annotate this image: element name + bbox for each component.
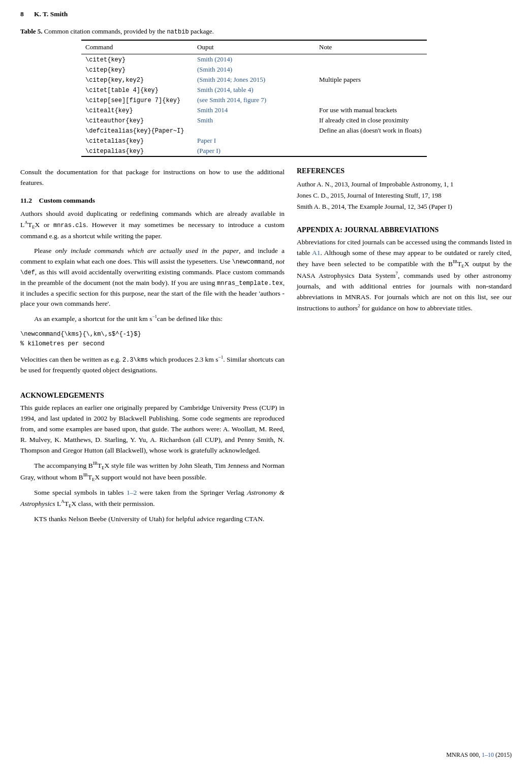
table-row: \citep{key}(Smith 2014) <box>81 65 427 75</box>
cmd-cell: \citetalias{key} <box>81 136 193 146</box>
subsection-num: 11.2 <box>20 197 32 204</box>
table-row: \citealt{key}Smith 2014For use with manu… <box>81 105 427 115</box>
page-footer: MNRAS 000, 1–10 (2015) <box>446 751 512 759</box>
citation-commands-table: Command Ouput Note \citet{key}Smith (201… <box>81 40 427 157</box>
col-header-command: Command <box>81 40 193 54</box>
note-cell: Define an alias (doesn't work in floats) <box>315 125 427 136</box>
footnote-2: 2 <box>358 303 360 308</box>
reference-item: Jones C. D., 2015, Journal of Interestin… <box>297 190 512 201</box>
footnote-7: 7 <box>396 271 398 276</box>
output-cell: Paper I <box>193 136 315 146</box>
table-row: \citetalias{key}Paper I <box>81 136 427 146</box>
two-column-layout: Consult the documentation for that packa… <box>20 167 512 529</box>
ack-title: ACKNOWLEDGEMENTS <box>20 392 285 400</box>
tables-link[interactable]: 1–2 <box>127 489 137 496</box>
cmd-cell: \citep{key,key2} <box>81 75 193 85</box>
ack-para2: The accompanying BIBTEX style file was w… <box>20 460 285 484</box>
footer-journal: MNRAS <box>446 751 468 758</box>
note-cell <box>315 85 427 95</box>
reference-item: Smith A. B., 2014, The Example Journal, … <box>297 202 512 212</box>
cmd-cell: \citep[see][figure 7]{key} <box>81 95 193 105</box>
cmd-cell: \citet[table 4]{key} <box>81 85 193 95</box>
table-caption-suffix: package. <box>191 27 214 35</box>
table-row: \defcitealias{key}{Paper~I}Define an ali… <box>81 125 427 136</box>
acknowledgements-section: ACKNOWLEDGEMENTS This guide replaces an … <box>20 392 285 525</box>
custom-cmd-para1: Authors should avoid duplicating or rede… <box>20 209 285 242</box>
code-line2: % kilometres per second <box>20 339 285 349</box>
table-row: \citep{key,key2}(Smith 2014; Jones 2015)… <box>81 75 427 85</box>
appendix-section: APPENDIX A: JOURNAL ABBREVIATIONS Abbrev… <box>297 226 512 313</box>
author-name: K. T. Smith <box>34 10 68 18</box>
table-row: \citepalias{key}(Paper I) <box>81 146 427 156</box>
output-cell: (see Smith 2014, figure 7) <box>193 95 315 105</box>
cmd-cell: \citealt{key} <box>81 105 193 115</box>
note-cell: Multiple papers <box>315 75 427 85</box>
page-header: 8 K. T. Smith <box>20 10 512 18</box>
custom-cmd-para4: Velocities can then be written as e.g. 2… <box>20 354 285 375</box>
page-number: 8 <box>20 10 24 18</box>
table-caption-text: Common citation commands, provided by th… <box>44 27 165 35</box>
table-row: \citet{key}Smith (2014) <box>81 54 427 65</box>
output-cell: Smith 2014 <box>193 105 315 115</box>
ack-para3: Some special symbols in tables 1–2 were … <box>20 488 285 510</box>
table-row: \citeauthor{key}SmithIf already cited in… <box>81 115 427 125</box>
note-cell <box>315 95 427 105</box>
code-line1: \newcommand{\kms}{\,km\,s$^{-1}$} <box>20 330 285 339</box>
custom-cmd-para3: As an example, a shortcut for the unit k… <box>20 313 285 324</box>
subsection-header: 11.2 Custom commands <box>20 197 285 205</box>
footer-year: 2015 <box>497 751 510 758</box>
table-row: \citep[see][figure 7]{key}(see Smith 201… <box>81 95 427 105</box>
output-cell: Smith <box>193 115 315 125</box>
note-cell <box>315 54 427 65</box>
table-row: \citet[table 4]{key}Smith (2014, table 4… <box>81 85 427 95</box>
table-caption: Table 5. Common citation commands, provi… <box>20 27 512 36</box>
note-cell <box>315 136 427 146</box>
footer-volume: 000 <box>470 751 479 758</box>
output-cell: Smith (2014, table 4) <box>193 85 315 95</box>
cmd-cell: \citepalias{key} <box>81 146 193 156</box>
note-cell <box>315 146 427 156</box>
note-cell: If already cited in close proximity <box>315 115 427 125</box>
note-cell: For use with manual brackets <box>315 105 427 115</box>
ack-para1: This guide replaces an earlier one origi… <box>20 403 285 456</box>
appendix-para: Abbreviations for cited journals can be … <box>297 237 512 313</box>
subsection-title: Custom commands <box>39 197 95 204</box>
output-cell: Smith (2014) <box>193 54 315 65</box>
footer-pages[interactable]: 1–10 <box>482 751 495 758</box>
reference-item: Author A. N., 2013, Journal of Improbabl… <box>297 179 512 189</box>
table-label: Table 5. <box>20 27 43 35</box>
references-title: REFERENCES <box>297 167 512 175</box>
left-column: Consult the documentation for that packa… <box>20 167 285 529</box>
col-header-output: Ouput <box>193 40 315 54</box>
right-column: REFERENCES Author A. N., 2013, Journal o… <box>297 167 512 529</box>
table-package: natbib <box>167 28 189 36</box>
output-cell: (Smith 2014; Jones 2015) <box>193 75 315 85</box>
cmd-cell: \citeauthor{key} <box>81 115 193 125</box>
consult-text: Consult the documentation for that packa… <box>20 167 285 188</box>
ack-para4: KTS thanks Nelson Beebe (University of U… <box>20 514 285 525</box>
output-cell: (Paper I) <box>193 146 315 156</box>
output-cell: (Smith 2014) <box>193 65 315 75</box>
col-header-note: Note <box>315 40 427 54</box>
cmd-cell: \defcitealias{key}{Paper~I} <box>81 125 193 136</box>
table-a1-link[interactable]: A1 <box>312 249 321 257</box>
note-cell <box>315 65 427 75</box>
output-cell <box>193 125 315 136</box>
references-block: Author A. N., 2013, Journal of Improbabl… <box>297 179 512 212</box>
appendix-title: APPENDIX A: JOURNAL ABBREVIATIONS <box>297 226 512 234</box>
cmd-cell: \citet{key} <box>81 54 193 65</box>
cmd-cell: \citep{key} <box>81 65 193 75</box>
code-block: \newcommand{\kms}{\,km\,s$^{-1}$} % kilo… <box>20 330 285 349</box>
custom-cmd-para2: Please only include commands which are a… <box>20 246 285 310</box>
